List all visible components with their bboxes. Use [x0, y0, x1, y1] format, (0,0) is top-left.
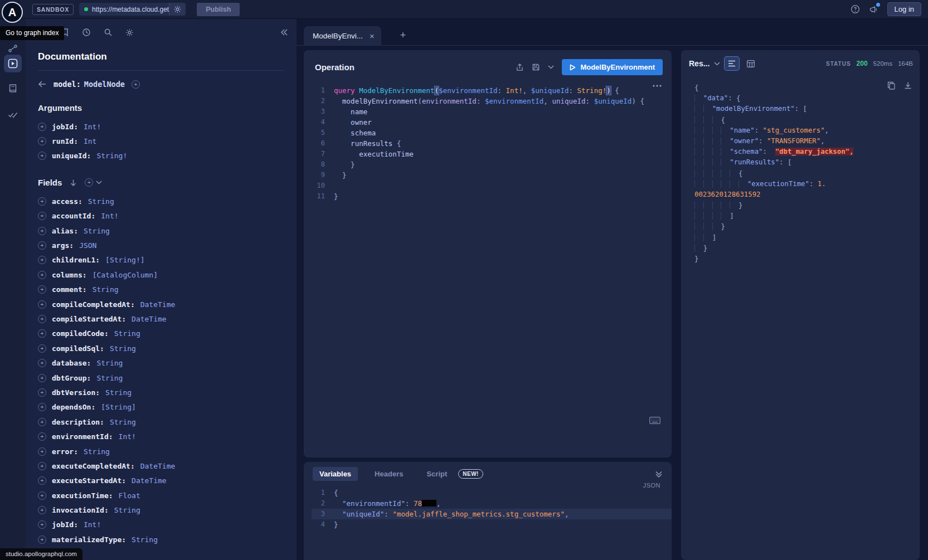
back-icon[interactable]	[38, 80, 47, 88]
run-operation-button[interactable]: ModelByEnvironment	[562, 59, 663, 75]
response-selector[interactable]: Res...	[689, 59, 710, 68]
add-all-fields-icon[interactable]: +	[85, 178, 93, 187]
doc-field-row[interactable]: +compiledSql:String	[38, 341, 284, 356]
code-line[interactable]: }	[694, 243, 913, 254]
connection-settings-icon[interactable]	[169, 3, 186, 16]
table-view-button[interactable]	[744, 57, 758, 70]
keyboard-shortcuts-icon[interactable]	[649, 417, 660, 424]
add-field-icon[interactable]: +	[38, 476, 46, 485]
doc-field-row[interactable]: +materializedType:String	[38, 532, 284, 547]
schema-icon[interactable]	[8, 84, 18, 93]
doc-field-row[interactable]: +compiledCode:String	[38, 327, 284, 341]
search-icon[interactable]	[104, 28, 113, 37]
code-line[interactable]: 2 modelByEnvironment(environmentId: $env…	[312, 96, 672, 106]
login-button[interactable]: Log in	[887, 2, 921, 16]
code-line[interactable]: 3 name	[312, 106, 672, 117]
doc-field-row[interactable]: +comment:String	[38, 283, 284, 297]
doc-field-row[interactable]: +uniqueId:String!	[38, 149, 284, 163]
new-tab-button[interactable]: +	[396, 28, 410, 42]
code-line[interactable]: "modelByEnvironment": [	[694, 104, 913, 114]
doc-field-row[interactable]: +args:JSON	[38, 238, 284, 252]
doc-field-row[interactable]: +runId:Int	[38, 134, 284, 148]
add-field-icon[interactable]: +	[38, 285, 46, 294]
chevron-down-icon[interactable]	[96, 181, 102, 184]
add-field-icon[interactable]: +	[38, 344, 46, 353]
doc-field-row[interactable]: +compileStartedAt:DateTime	[38, 311, 284, 326]
add-field-icon[interactable]: +	[38, 212, 46, 220]
doc-field-row[interactable]: +executionTime:Float	[38, 488, 284, 503]
share-icon[interactable]	[516, 63, 524, 72]
doc-field-row[interactable]: +executeStartedAt:DateTime	[38, 474, 284, 488]
tab-script[interactable]: Script	[420, 467, 454, 481]
add-field-icon[interactable]: +	[38, 123, 46, 131]
code-line[interactable]: }	[694, 200, 913, 211]
add-field-icon[interactable]: +	[38, 462, 46, 470]
add-field-icon[interactable]: +	[38, 374, 46, 382]
code-line[interactable]: {	[694, 115, 913, 125]
collapse-sidebar-icon[interactable]	[280, 28, 289, 36]
code-line[interactable]: 1query ModelByEnvironment($environmentId…	[312, 85, 672, 96]
code-line[interactable]: 4 owner	[312, 117, 672, 128]
doc-field-row[interactable]: +dependsOn:[String]	[38, 400, 284, 415]
history-icon[interactable]	[82, 28, 91, 37]
doc-field-row[interactable]: +jobId:Int!	[38, 518, 284, 532]
code-line[interactable]: "owner": "TRANSFORMER",	[694, 136, 913, 147]
add-field-icon[interactable]: +	[38, 520, 46, 529]
doc-field-row[interactable]: +access:String	[38, 194, 284, 208]
add-field-icon[interactable]: +	[38, 256, 46, 264]
checklist-icon[interactable]	[8, 110, 18, 119]
operation-menu-icon[interactable]	[653, 85, 662, 87]
code-line[interactable]: 1{	[312, 488, 672, 498]
add-field-icon[interactable]: +	[38, 491, 46, 500]
tab-headers[interactable]: Headers	[368, 467, 410, 481]
add-field-icon[interactable]: +	[38, 447, 46, 456]
add-field-icon[interactable]: +	[38, 271, 46, 279]
doc-field-row[interactable]: +childrenL1:[String!]	[38, 253, 284, 267]
add-type-icon[interactable]: +	[132, 80, 140, 89]
add-field-icon[interactable]: +	[38, 432, 46, 441]
doc-field-row[interactable]: +environmentId:Int!	[38, 429, 284, 444]
add-field-icon[interactable]: +	[38, 227, 46, 235]
doc-field-row[interactable]: +dbtVersion:String	[38, 385, 284, 400]
code-line[interactable]: 11}	[312, 191, 672, 202]
code-line[interactable]: 5 schema	[312, 128, 672, 138]
add-fields-group[interactable]: +	[85, 178, 102, 187]
add-field-icon[interactable]: +	[38, 418, 46, 426]
doc-field-row[interactable]: +alias:String	[38, 223, 284, 238]
doc-field-row[interactable]: +invocationId:String	[38, 503, 284, 517]
add-field-icon[interactable]: +	[38, 403, 46, 411]
add-field-icon[interactable]: +	[38, 152, 46, 160]
doc-field-row[interactable]: +executeCompletedAt:DateTime	[38, 459, 284, 473]
code-line[interactable]: ]	[694, 232, 913, 243]
publish-button[interactable]: Publish	[197, 3, 240, 16]
code-line[interactable]: 3 "uniqueId": "model.jaffle_shop_metrics…	[312, 509, 672, 519]
add-field-icon[interactable]: +	[38, 359, 46, 367]
add-field-icon[interactable]: +	[38, 300, 46, 309]
add-field-icon[interactable]: +	[38, 197, 46, 206]
code-line[interactable]: 2 "environmentId": 78,	[312, 498, 672, 509]
save-menu-chevron-icon[interactable]	[548, 65, 554, 69]
code-line[interactable]: 6 runResults {	[312, 138, 672, 149]
code-line[interactable]: 7 executionTime	[312, 149, 672, 159]
operation-editor[interactable]: 1query ModelByEnvironment($environmentId…	[304, 80, 672, 202]
download-response-icon[interactable]	[904, 81, 912, 90]
add-field-icon[interactable]: +	[38, 329, 46, 338]
tab-variables[interactable]: Variables	[313, 467, 358, 481]
code-line[interactable]: "schema": "dbt_mary_jackson",	[694, 147, 913, 157]
doc-field-row[interactable]: +accountId:Int!	[38, 209, 284, 223]
graph-index-icon[interactable]	[8, 45, 17, 52]
code-line[interactable]: 4}	[312, 519, 672, 530]
doc-field-row[interactable]: +jobId:Int!	[38, 119, 284, 134]
code-line[interactable]: 9 }	[312, 170, 672, 181]
close-tab-icon[interactable]: ×	[370, 32, 375, 40]
doc-field-row[interactable]: +database:String	[38, 356, 284, 370]
code-line[interactable]: "name": "stg_customers",	[694, 125, 913, 136]
apollo-logo[interactable]: A	[2, 2, 23, 23]
explorer-icon[interactable]	[4, 55, 22, 72]
code-line[interactable]: "executionTime": 1.	[694, 179, 913, 189]
doc-field-row[interactable]: +compileCompletedAt:DateTime	[38, 297, 284, 311]
variables-editor[interactable]: 1{2 "environmentId": 78,3 "uniqueId": "m…	[304, 484, 672, 530]
add-field-icon[interactable]: +	[38, 535, 46, 544]
operation-tab[interactable]: ModelByEnvi... ×	[304, 26, 381, 45]
formatted-view-button[interactable]	[725, 57, 739, 70]
